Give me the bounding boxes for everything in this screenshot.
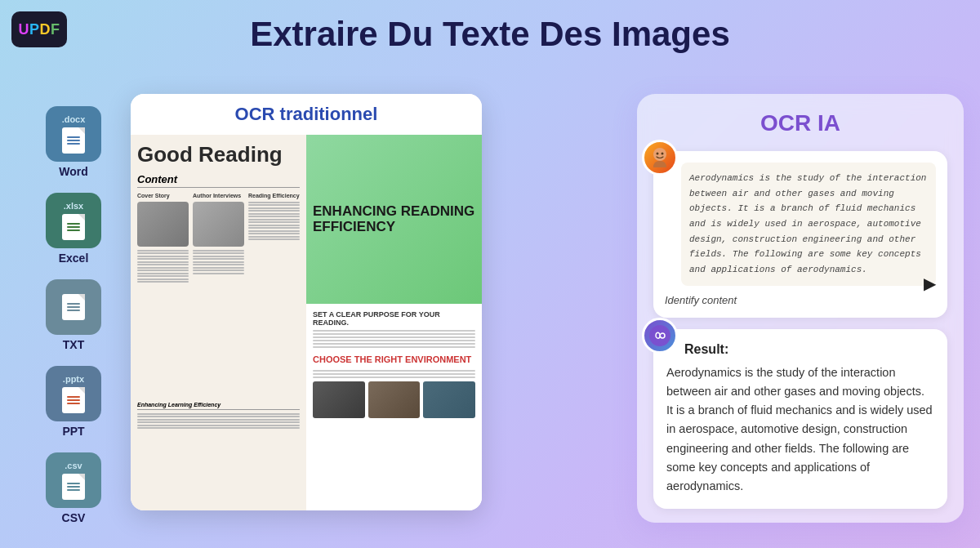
magazine-right-bottom: SET A CLEAR PURPOSE FOR YOUR READING. CH…	[306, 304, 482, 510]
magazine-col-3: Reading Efficiency	[248, 193, 300, 397]
file-box-docx: .docx	[46, 106, 101, 162]
magazine-col-header-3: Reading Efficiency	[248, 193, 300, 198]
file-icon-ppt: .pptx PPT	[41, 366, 106, 438]
file-icon-word: .docx Word	[41, 106, 106, 178]
magazine-enhancing-label: Enhancing Learning Efficiency	[137, 402, 300, 410]
ocr-ia-title: OCR IA	[653, 110, 947, 136]
svg-point-0	[653, 148, 666, 161]
user-avatar	[642, 140, 678, 176]
magazine-right: ENHANCING READNING EFFICIENCY SET A CLEA…	[306, 135, 482, 510]
magazine-title: Good Reading	[137, 143, 300, 167]
file-icon-excel: .xlsx Excel	[41, 193, 106, 265]
identify-label: Identify content	[665, 294, 936, 306]
magazine-book-images	[313, 381, 475, 418]
result-text: Aerodynamics is the study of the interac…	[666, 363, 934, 496]
ocr-traditional-panel: OCR traditionnel Good Reading Content Co…	[131, 94, 482, 510]
ocr-traditional-label: OCR traditionnel	[131, 94, 482, 135]
ocr-traditional-content: Good Reading Content Cover Story Author …	[131, 135, 482, 510]
magazine-col-2: Author Interviews	[193, 193, 244, 397]
ocr-ia-panel: OCR IA Aerodynamics is the study of the …	[637, 94, 964, 523]
magazine-right-sub: SET A CLEAR PURPOSE FOR YOUR READING.	[313, 310, 475, 327]
file-box-txt	[46, 279, 101, 335]
ai-avatar	[642, 318, 678, 354]
handwriting-card: Aerodynamics is the study of the interac…	[653, 151, 947, 318]
magazine-content-label: Content	[137, 173, 300, 188]
file-box-csv: .csv	[46, 452, 101, 508]
file-box-pptx: .pptx	[46, 366, 101, 421]
handwriting-text: Aerodynamics is the study of the interac…	[681, 163, 936, 286]
result-card: Result: Aerodynamics is the study of the…	[653, 329, 947, 509]
magazine-left: Good Reading Content Cover Story Author …	[131, 135, 306, 510]
magazine-cta: CHOOSE THE RIGHT ENVIRONMENT	[313, 354, 475, 365]
file-box-xlsx: .xlsx	[46, 193, 101, 248]
svg-point-2	[662, 153, 664, 155]
magazine-right-heading: ENHANCING READNING EFFICIENCY	[313, 204, 475, 234]
file-icons-list: .docx Word .xlsx Excel	[41, 106, 106, 524]
magazine-col-header-2: Author Interviews	[193, 193, 244, 198]
svg-point-1	[657, 153, 659, 155]
magazine-col-1: Cover Story	[137, 193, 189, 397]
magazine-columns: Cover Story Author Interviews	[137, 193, 300, 397]
cursor-icon: ▶	[924, 274, 936, 293]
magazine-right-top: ENHANCING READNING EFFICIENCY	[306, 135, 482, 304]
magazine-col-header-1: Cover Story	[137, 193, 189, 198]
result-label: Result:	[684, 342, 934, 357]
main-title: Extraire Du Texte Des Images	[0, 15, 980, 54]
file-icon-txt: TXT	[41, 279, 106, 351]
file-icon-csv: .csv CSV	[41, 452, 106, 524]
